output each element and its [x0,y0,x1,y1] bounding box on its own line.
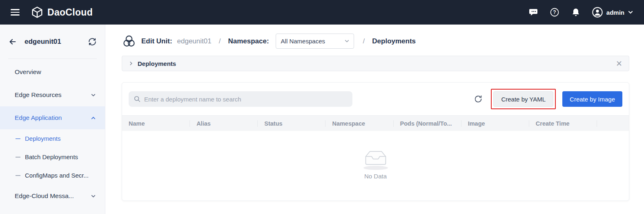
page-header: Edit Unit: edgeunit01 / Namespace: All N… [105,25,644,49]
namespace-select[interactable]: All Namespaces [276,34,354,49]
sidebar-header: edgeunit01 [8,25,97,59]
column-header-image: Image [461,120,529,127]
empty-state: No Data [122,131,629,200]
help-icon[interactable]: ? [549,7,560,18]
dash-icon [16,157,20,158]
brand-name: DaoCloud [47,7,93,18]
close-icon[interactable]: ✕ [616,60,622,68]
page-title: Deployments [372,37,416,45]
sidebar-item-label: Edge Application [15,114,62,122]
column-header-status: Status [258,120,325,127]
separator: / [219,37,221,45]
chevron-down-icon [344,38,350,44]
breadcrumb-bar: Deployments ✕ [122,56,629,71]
sidebar-item-label: Deployments [25,135,61,142]
top-navbar: DaoCloud ? [0,0,644,25]
svg-text:?: ? [553,9,556,15]
breadcrumb-label: Deployments [138,60,176,67]
daocloud-cube-icon [31,6,43,18]
user-menu[interactable]: admin [592,7,633,18]
namespace-label: Namespace: [228,37,269,45]
sidebar-item-deployments[interactable]: Deployments [0,129,105,148]
unit-name-value: edgeunit01 [177,37,212,45]
table-header: Name Alias Status Namespace Pods (Normal… [122,115,629,131]
sidebar-item-batch-deployments[interactable]: Batch Deployments [0,148,105,166]
unit-title: edgeunit01 [25,38,61,46]
sidebar-item-overview[interactable]: Overview [0,61,105,83]
separator: / [363,37,365,45]
sidebar-item-label: Edge-Cloud Messa... [15,192,74,200]
sidebar-nav: Overview Edge Resources Edge Application… [0,59,105,207]
column-header-namespace: Namespace [325,120,393,127]
main-content: Edit Unit: edgeunit01 / Namespace: All N… [105,25,644,214]
menu-toggle-icon[interactable] [11,9,20,16]
chevron-up-icon [91,115,96,121]
sidebar-item-label: Edge Resources [15,91,62,99]
column-header-pods: Pods (Normal/To... [394,120,461,127]
username-label: admin [606,9,624,16]
column-header-name: Name [122,120,190,127]
namespace-selected-value: All Namespaces [281,38,325,45]
column-header-create-time: Create Time [529,120,597,127]
switch-unit-icon[interactable] [88,37,97,46]
empty-inbox-icon [359,147,392,170]
notifications-bell-icon[interactable] [570,7,581,18]
sidebar-item-edge-application[interactable]: Edge Application [0,106,105,129]
sidebar-item-configmaps-secrets[interactable]: ConfigMaps and Secr... [0,166,105,185]
chevron-down-icon [91,194,96,199]
chevron-down-icon [628,9,633,15]
column-header-alias: Alias [190,120,258,127]
search-icon [134,95,141,104]
search-box [129,91,352,107]
sidebar-item-edge-resources[interactable]: Edge Resources [0,83,105,106]
create-by-yaml-button[interactable]: Create by YAML [493,91,553,107]
edit-unit-label: Edit Unit: [141,37,172,45]
sidebar-item-label: Batch Deployments [25,153,78,160]
dash-icon [16,175,20,176]
back-arrow-icon[interactable] [8,37,17,46]
sidebar: edgeunit01 Overview Edge Resources Edge … [0,25,105,214]
avatar-icon [592,7,603,18]
deployments-card: Create by YAML Create by Image Name Alia… [122,82,629,201]
annotation-highlight: Create by YAML [491,89,556,109]
create-by-image-button[interactable]: Create by Image [562,91,622,107]
sidebar-item-edge-cloud-message[interactable]: Edge-Cloud Messa... [0,185,105,207]
empty-text: No Data [364,173,387,180]
sidebar-item-label: Overview [15,68,41,76]
brand-logo[interactable]: DaoCloud [31,6,93,18]
chevron-right-icon [129,61,134,66]
sidebar-item-label: ConfigMaps and Secr... [25,172,89,179]
search-input[interactable] [129,91,352,107]
message-icon[interactable] [528,7,539,18]
refresh-icon[interactable] [474,95,483,104]
toolbar: Create by YAML Create by Image [122,83,629,115]
chevron-down-icon [91,92,96,98]
dash-icon [16,138,20,139]
edge-unit-icon [122,34,136,49]
